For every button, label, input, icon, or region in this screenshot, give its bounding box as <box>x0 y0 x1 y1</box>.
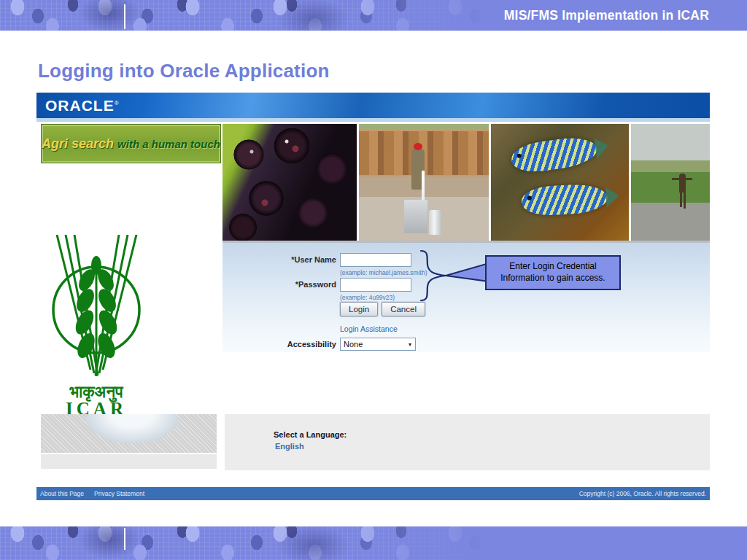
password-label: *Password <box>222 280 336 289</box>
bottom-band-divider-line <box>124 528 125 550</box>
login-assistance-link[interactable]: Login Assistance <box>340 324 398 333</box>
language-label: Select a Language: <box>274 430 347 439</box>
oracle-brand-bar: ORACLE® <box>36 93 710 118</box>
about-page-link[interactable]: About this Page <box>40 490 84 497</box>
decorative-gray-strip <box>41 454 217 469</box>
login-button-row: Login Cancel <box>340 302 425 316</box>
slide-top-band: MIS/FMS Implementation in ICAR <box>0 0 747 31</box>
brand-bar-underline <box>36 118 710 122</box>
top-band-pattern <box>0 0 503 31</box>
slide-bottom-band <box>0 526 747 560</box>
cancel-button[interactable]: Cancel <box>382 302 425 316</box>
top-band-divider-line <box>124 4 125 29</box>
milk-can <box>429 210 442 235</box>
callout-line2: Information to gain access. <box>500 273 605 284</box>
callout-tail <box>446 263 489 281</box>
milk-stream <box>422 171 425 203</box>
photo-zebrafish <box>491 124 629 241</box>
language-panel: Select a Language: English <box>225 414 710 470</box>
privacy-statement-link[interactable]: Privacy Statement <box>94 490 144 497</box>
copyright-text: Copyright (c) 2006, Oracle. All rights r… <box>579 490 706 497</box>
callout-line1: Enter Login Credential <box>509 261 596 273</box>
oracle-logo-text: ORACLE <box>45 97 115 114</box>
walking-person <box>679 174 686 192</box>
accessibility-label: Accessibility <box>222 340 336 349</box>
photo-jamun-berries <box>222 124 357 241</box>
login-button[interactable]: Login <box>340 302 378 316</box>
curly-brace-icon <box>421 251 446 300</box>
username-input[interactable] <box>340 253 411 267</box>
photo-strip <box>222 124 710 241</box>
oracle-footer-bar: About this Page Privacy Statement Copyri… <box>36 487 710 500</box>
photo-camel-milk <box>359 124 488 241</box>
oracle-login-screenshot: ORACLE® Agri search with a human touch *… <box>36 93 710 500</box>
decorative-gray-box <box>41 414 217 453</box>
zebrafish-bottom <box>521 183 608 217</box>
callout-brace-graphic <box>416 246 489 304</box>
slide-header-title: MIS/FMS Implementation in ICAR <box>504 0 709 31</box>
weighing-unit <box>404 200 427 233</box>
password-hint: (example: 4u99v23) <box>340 294 395 301</box>
registered-mark: ® <box>115 100 120 106</box>
photo-rural-road <box>631 124 710 241</box>
language-link[interactable]: English <box>275 442 304 451</box>
agrisearch-banner: Agri search with a human touch <box>41 124 221 163</box>
accessibility-select[interactable]: None ▾ <box>340 338 416 351</box>
banner-text-secondary: with a human touch <box>117 138 220 150</box>
username-label: *User Name <box>222 255 336 264</box>
page-title: Logging into Oracle Application <box>38 60 330 82</box>
callout-box: Enter Login Credential Information to ga… <box>485 255 621 290</box>
icar-logo: भाकृअनुप ICAR <box>44 235 150 417</box>
accessibility-selected-value: None <box>341 340 405 349</box>
bottom-band-pattern <box>0 526 503 560</box>
dropdown-arrow-icon: ▾ <box>405 341 415 348</box>
zebrafish-top <box>510 134 599 175</box>
oracle-logo: ORACLE® <box>45 97 120 114</box>
banner-text-primary: Agri search <box>42 136 114 152</box>
password-input[interactable] <box>340 278 411 292</box>
username-hint: (example: michael.james.smith) <box>340 269 427 276</box>
